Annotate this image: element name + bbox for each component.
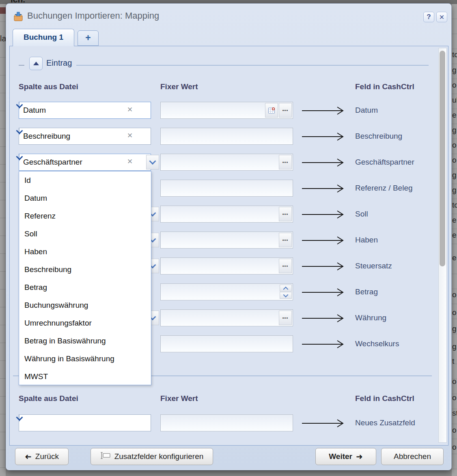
fixed-value-text-field[interactable] xyxy=(160,180,293,197)
dropdown-option[interactable]: Id xyxy=(19,172,151,189)
target-field-label: Wechselkurs xyxy=(355,335,399,352)
dropdown-option[interactable]: Soll xyxy=(19,225,151,243)
fixed-value-select-field[interactable] xyxy=(160,309,293,326)
close-button[interactable]: ✕ xyxy=(436,12,447,22)
bg-text-fragment: st xyxy=(452,409,457,418)
dropdown-option[interactable]: Betrag xyxy=(19,279,151,296)
bg-text-fragment: g xyxy=(452,66,457,75)
mapping-row-datum: Datum Datum xyxy=(10,102,449,119)
tab-buchung-1[interactable]: Buchung 1 xyxy=(13,29,74,46)
mapping-arrow xyxy=(301,262,348,271)
chevron-down-icon[interactable] xyxy=(19,128,19,135)
ellipsis-button[interactable] xyxy=(279,311,292,325)
dialog-titlebar: Buchungen Importieren: Mapping ? ✕ xyxy=(6,4,451,28)
import-mapping-dialog: Buchungen Importieren: Mapping ? ✕ Buchu… xyxy=(6,3,452,470)
configure-button-label: Zusatzfelder konfigurieren xyxy=(114,452,204,461)
source-column-dropdown: Id Datum Referenz Soll Haben Beschreibun… xyxy=(19,171,151,385)
target-field-label: Steuersatz xyxy=(355,257,392,274)
target-field-label: Referenz / Beleg xyxy=(355,180,413,197)
plus-icon: + xyxy=(85,32,91,43)
clear-icon[interactable] xyxy=(125,128,135,144)
ellipsis-button[interactable] xyxy=(279,207,292,221)
column-header-target: Feld in CashCtrl xyxy=(355,82,414,91)
bg-text-fragment: g xyxy=(452,186,457,195)
bg-text-fragment: o xyxy=(452,377,457,386)
clear-icon[interactable] xyxy=(125,102,135,118)
fixed-value-text-field[interactable] xyxy=(160,335,293,352)
arrow-right-icon xyxy=(356,452,363,461)
dropdown-option[interactable]: Beschreibung xyxy=(19,261,151,279)
source-column-combo[interactable]: Beschreibung xyxy=(19,128,151,145)
collapse-button[interactable] xyxy=(29,57,43,70)
fixed-value-number-field[interactable] xyxy=(160,283,293,300)
fieldset-title: Eintrag xyxy=(46,58,72,68)
chevron-down-icon[interactable] xyxy=(19,102,19,109)
ellipsis-button[interactable] xyxy=(279,155,292,169)
help-button[interactable]: ? xyxy=(423,12,434,22)
dropdown-option[interactable]: Haben xyxy=(19,243,151,261)
scrollbar-thumb[interactable] xyxy=(440,51,445,266)
dialog-title: Buchungen Importieren: Mapping xyxy=(27,11,159,21)
dropdown-option[interactable]: Referenz xyxy=(19,207,151,225)
fixed-value-select-field[interactable] xyxy=(160,206,293,223)
mapping-row-zusatzfeld: Neues Zusatzfeld xyxy=(10,414,449,431)
target-field-label: Geschäftspartner xyxy=(355,154,414,171)
configure-custom-fields-button[interactable]: Zusatzfelder konfigurieren xyxy=(91,448,213,465)
tab-add-button[interactable]: + xyxy=(78,30,99,46)
bg-text-fragment: o xyxy=(452,393,457,402)
back-button-label: Zurück xyxy=(35,452,59,461)
legend-line xyxy=(76,65,429,66)
next-button[interactable]: Weiter xyxy=(315,448,376,465)
bg-text-fragment: e xyxy=(452,253,457,262)
source-column-combo[interactable]: Datum xyxy=(19,102,151,119)
mapping-arrow xyxy=(301,158,348,167)
target-field-label: Beschreibung xyxy=(355,128,402,145)
bg-text-fragment: to xyxy=(452,50,457,59)
dropdown-option[interactable]: Datum xyxy=(19,189,151,207)
cancel-button[interactable]: Abbrechen xyxy=(381,448,444,465)
mapping-arrow xyxy=(301,418,348,428)
chevron-down-icon[interactable] xyxy=(146,155,159,169)
arrow-left-icon xyxy=(25,452,32,461)
next-button-label: Weiter xyxy=(329,452,352,461)
column-header-fixed: Fixer Wert xyxy=(160,82,198,91)
mapping-row-beschreibung: Beschreibung Beschreibung xyxy=(10,128,449,145)
bg-text-fragment: o xyxy=(452,81,457,90)
back-button[interactable]: Zurück xyxy=(15,448,69,465)
bg-right-strip: togoukegooggtoeeeooggtoostoo xyxy=(452,4,457,476)
spinner-up-icon[interactable] xyxy=(280,285,292,292)
dropdown-option[interactable]: Betrag in Basiswährung xyxy=(19,332,151,350)
ellipsis-button[interactable] xyxy=(279,233,292,247)
entry-fieldset-legend: Eintrag xyxy=(10,57,448,71)
fixed-value-text-field[interactable] xyxy=(160,414,293,431)
ellipsis-button[interactable] xyxy=(279,103,292,118)
spinner-down-icon[interactable] xyxy=(280,292,292,299)
ellipsis-button[interactable] xyxy=(279,259,292,273)
column-header-fixed: Fixer Wert xyxy=(160,394,198,403)
fixed-value-select-field[interactable] xyxy=(160,154,293,171)
dropdown-option[interactable]: MWST xyxy=(19,368,151,386)
target-field-label: Datum xyxy=(355,102,378,119)
close-icon: ✕ xyxy=(439,13,444,21)
chevron-down-icon[interactable] xyxy=(19,415,19,422)
chevron-down-icon[interactable] xyxy=(19,154,19,161)
bg-text-fragment: to xyxy=(452,201,457,210)
source-column-combo-open[interactable]: Geschäftspartner xyxy=(19,154,151,171)
number-spinner xyxy=(280,285,292,299)
fixed-value-select-field[interactable] xyxy=(160,257,293,274)
mapping-arrow xyxy=(301,313,348,323)
dropdown-option[interactable]: Umrechnungsfaktor xyxy=(19,314,151,332)
mapping-arrow xyxy=(301,339,348,349)
source-column-combo-empty[interactable] xyxy=(19,414,151,431)
fixed-value-select-field[interactable] xyxy=(160,232,293,249)
cancel-button-label: Abbrechen xyxy=(394,452,431,461)
calendar-icon[interactable] xyxy=(265,103,278,118)
fixed-value-text-field[interactable] xyxy=(160,128,293,145)
clear-icon[interactable] xyxy=(125,154,135,170)
scrollbar[interactable] xyxy=(438,48,447,443)
bg-text-fragment: e xyxy=(452,231,457,240)
dropdown-option[interactable]: Buchungswährung xyxy=(19,296,151,314)
dropdown-option[interactable]: Währung in Basiswährung xyxy=(19,350,151,368)
fixed-value-date-field[interactable] xyxy=(160,102,293,119)
target-field-label: Währung xyxy=(355,309,386,326)
